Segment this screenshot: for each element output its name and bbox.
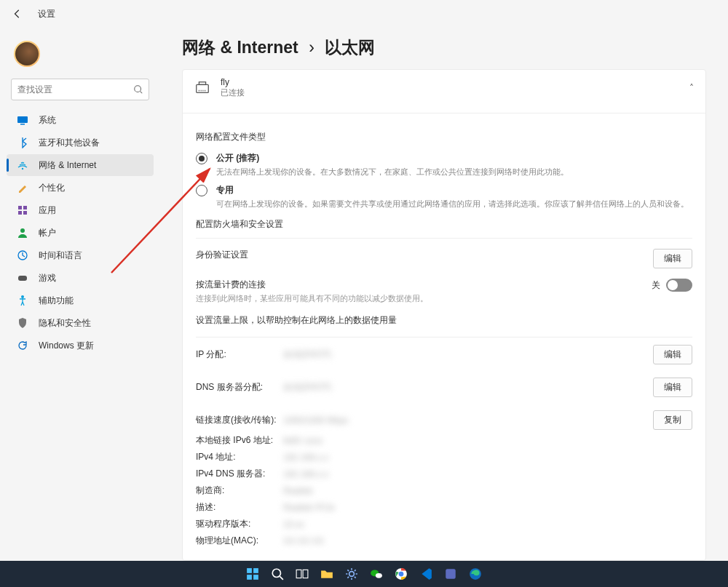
adapter-card[interactable]: fly 已连接 ˄ 网络配置文件类型 公开 (推荐) 无法在网络上发现你的设备。… xyxy=(182,69,706,561)
toggle-state: 关 xyxy=(652,279,660,292)
mfr-value: Realtek xyxy=(283,486,313,496)
dns-edit-button[interactable]: 编辑 xyxy=(653,378,692,397)
ipv4-label: IPv4 地址: xyxy=(196,451,283,463)
vscode-icon[interactable] xyxy=(416,564,436,584)
taskbar-search-icon[interactable] xyxy=(267,564,288,584)
svg-rect-32 xyxy=(446,569,456,579)
svg-rect-11 xyxy=(18,276,27,281)
svg-rect-21 xyxy=(247,575,252,580)
time-icon xyxy=(17,249,28,261)
sidebar-item-privacy[interactable]: 隐私和安全性 xyxy=(7,312,154,334)
search-box[interactable] xyxy=(11,79,149,100)
svg-rect-2 xyxy=(17,116,28,123)
sidebar-item-accounts[interactable]: 帐户 xyxy=(7,222,154,244)
svg-rect-22 xyxy=(253,575,258,580)
sidebar: 系统 蓝牙和其他设备 网络 & Internet 个性化 应用 帐户 时间和语言… xyxy=(0,28,160,561)
profile-type-title: 网络配置文件类型 xyxy=(196,131,692,143)
dns4-label: IPv4 DNS 服务器: xyxy=(196,468,283,480)
personalization-icon xyxy=(17,182,28,193)
edge-icon[interactable] xyxy=(465,564,486,584)
adapter-name: fly xyxy=(221,77,245,87)
update-icon xyxy=(17,340,28,351)
radio-private[interactable] xyxy=(196,185,207,196)
taskview-icon[interactable] xyxy=(292,564,312,584)
breadcrumb-part1[interactable]: 网络 & Internet xyxy=(182,38,298,57)
sidebar-item-label: Windows 更新 xyxy=(39,340,94,352)
ipv4-value: 192.168.x.x xyxy=(283,452,328,463)
explorer-icon[interactable] xyxy=(317,564,337,584)
sidebar-item-label: 时间和语言 xyxy=(39,249,82,262)
breadcrumb: 网络 & Internet › 以太网 xyxy=(182,36,706,59)
firewall-link[interactable]: 配置防火墙和安全设置 xyxy=(196,218,692,231)
svg-rect-25 xyxy=(296,570,301,578)
sidebar-item-network[interactable]: 网络 & Internet xyxy=(7,154,154,176)
svg-point-4 xyxy=(22,168,23,169)
accessibility-icon xyxy=(17,295,28,306)
sidebar-item-label: 隐私和安全性 xyxy=(39,317,91,330)
nav: 系统 蓝牙和其他设备 网络 & Internet 个性化 应用 帐户 时间和语言… xyxy=(4,109,157,356)
sidebar-item-label: 系统 xyxy=(39,114,56,127)
back-button[interactable] xyxy=(12,8,23,20)
metered-title: 按流量计费的连接 xyxy=(196,279,428,291)
sidebar-item-apps[interactable]: 应用 xyxy=(7,199,154,221)
adapter-status: 已连接 xyxy=(221,87,245,98)
metered-toggle[interactable] xyxy=(666,279,692,292)
svg-rect-3 xyxy=(20,124,25,125)
avatar xyxy=(14,41,40,67)
sidebar-item-gaming[interactable]: 游戏 xyxy=(7,267,154,289)
radio-public-label: 公开 (推荐) xyxy=(216,152,569,164)
sidebar-item-bluetooth[interactable]: 蓝牙和其他设备 xyxy=(7,132,154,153)
sidebar-item-label: 辅助功能 xyxy=(39,295,74,307)
search-input[interactable] xyxy=(11,79,149,100)
sidebar-item-time[interactable]: 时间和语言 xyxy=(7,244,154,266)
arrow-left-icon xyxy=(12,9,23,19)
driver-value: 10.xx xyxy=(283,519,304,530)
svg-rect-19 xyxy=(247,568,252,573)
settings-icon[interactable] xyxy=(341,564,362,584)
metered-desc: 连接到此网络时，某些应用可能具有不同的功能以减少数据使用。 xyxy=(196,293,428,304)
svg-rect-26 xyxy=(303,570,308,578)
sidebar-item-label: 蓝牙和其他设备 xyxy=(39,137,100,149)
sidebar-item-label: 个性化 xyxy=(39,182,65,194)
apps-icon xyxy=(17,204,28,216)
auth-edit-button[interactable]: 编辑 xyxy=(653,249,692,268)
svg-point-31 xyxy=(399,572,404,577)
link-speed-value: 1000/1000 Mbps xyxy=(283,415,348,426)
svg-rect-13 xyxy=(197,84,209,92)
svg-line-1 xyxy=(141,92,143,94)
copy-button[interactable]: 复制 xyxy=(653,410,692,430)
sidebar-item-accessibility[interactable]: 辅助功能 xyxy=(7,289,154,311)
radio-private-label: 专用 xyxy=(216,184,689,196)
accounts-icon xyxy=(17,227,28,239)
svg-line-24 xyxy=(280,576,283,580)
wechat-icon[interactable] xyxy=(366,564,387,584)
app-icon[interactable] xyxy=(440,564,461,584)
sidebar-item-update[interactable]: Windows 更新 xyxy=(7,335,154,356)
dns4-value: 192.168.x.x xyxy=(283,469,328,479)
svg-rect-7 xyxy=(18,211,22,215)
mfr-label: 制造商: xyxy=(196,484,283,497)
dns-assign-value: 自动(DHCP) xyxy=(283,381,331,394)
ip-assign-label: IP 分配: xyxy=(196,348,283,361)
radio-public[interactable] xyxy=(196,153,207,164)
start-button[interactable] xyxy=(242,564,263,584)
auth-title: 身份验证设置 xyxy=(196,249,248,261)
sidebar-item-label: 游戏 xyxy=(39,272,56,284)
chrome-icon[interactable] xyxy=(391,564,411,584)
ethernet-icon xyxy=(194,80,210,96)
mac-label: 物理地址(MAC): xyxy=(196,535,283,547)
sidebar-item-personalization[interactable]: 个性化 xyxy=(7,177,154,199)
mac-value: XX-XX-XX xyxy=(283,536,324,546)
metered-note[interactable]: 设置流量上限，以帮助控制在此网络上的数据使用量 xyxy=(196,314,692,327)
dns-assign-label: DNS 服务器分配: xyxy=(196,381,283,394)
network-icon xyxy=(17,159,28,171)
sidebar-item-system[interactable]: 系统 xyxy=(7,109,154,131)
svg-rect-20 xyxy=(253,568,258,573)
svg-point-12 xyxy=(21,295,24,298)
profile[interactable] xyxy=(4,35,157,76)
ip-edit-button[interactable]: 编辑 xyxy=(653,345,692,364)
driver-label: 驱动程序版本: xyxy=(196,518,283,530)
taskbar[interactable] xyxy=(0,561,728,587)
svg-rect-6 xyxy=(23,206,27,209)
sidebar-item-label: 应用 xyxy=(39,204,56,217)
